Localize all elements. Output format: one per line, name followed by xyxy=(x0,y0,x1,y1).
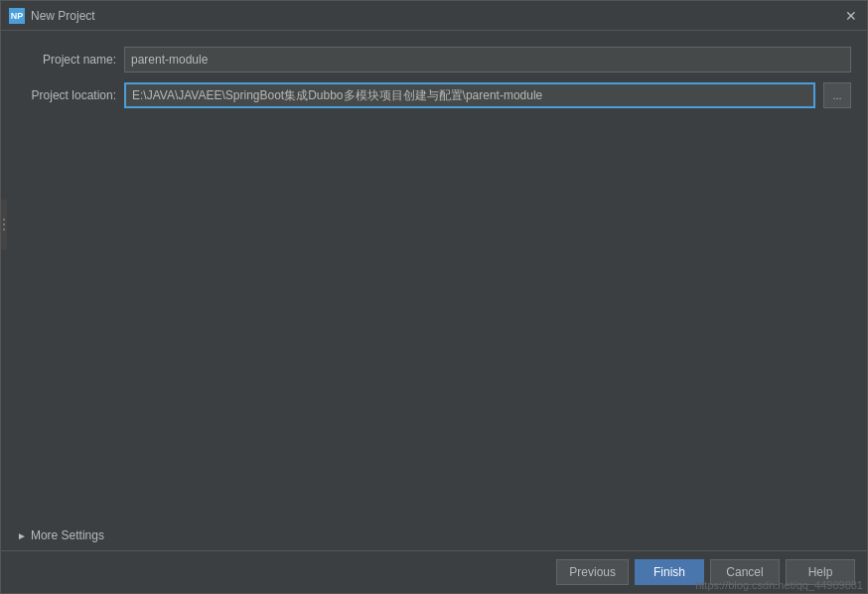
more-settings-section[interactable]: ► More Settings xyxy=(1,520,867,550)
new-project-dialog: NP New Project ✕ Project name: Project l… xyxy=(0,0,868,594)
project-location-row: Project location: ... xyxy=(17,82,851,108)
project-name-label: Project name: xyxy=(17,53,116,67)
dialog-icon: NP xyxy=(9,8,25,24)
project-location-input[interactable] xyxy=(124,82,815,108)
project-name-row: Project name: xyxy=(17,47,851,73)
project-name-input[interactable] xyxy=(124,47,851,73)
content-area: Project name: Project location: ... xyxy=(1,31,867,520)
project-location-label: Project location: xyxy=(17,88,116,102)
close-button[interactable]: ✕ xyxy=(843,8,859,24)
dialog-footer: Previous Finish Cancel Help https://blog… xyxy=(1,550,867,593)
more-settings-arrow-icon: ► xyxy=(17,530,27,541)
content-spacer xyxy=(17,118,851,513)
previous-button[interactable]: Previous xyxy=(556,559,629,585)
title-bar: NP New Project ✕ xyxy=(1,1,867,31)
more-settings-label: More Settings xyxy=(31,528,104,542)
browse-button[interactable]: ... xyxy=(823,82,851,108)
watermark: https://blog.csdn.net/qq_44989881 xyxy=(691,577,867,593)
title-bar-left: NP New Project xyxy=(9,8,95,24)
left-resize-handle[interactable] xyxy=(1,200,7,249)
dialog-title: New Project xyxy=(31,9,95,23)
